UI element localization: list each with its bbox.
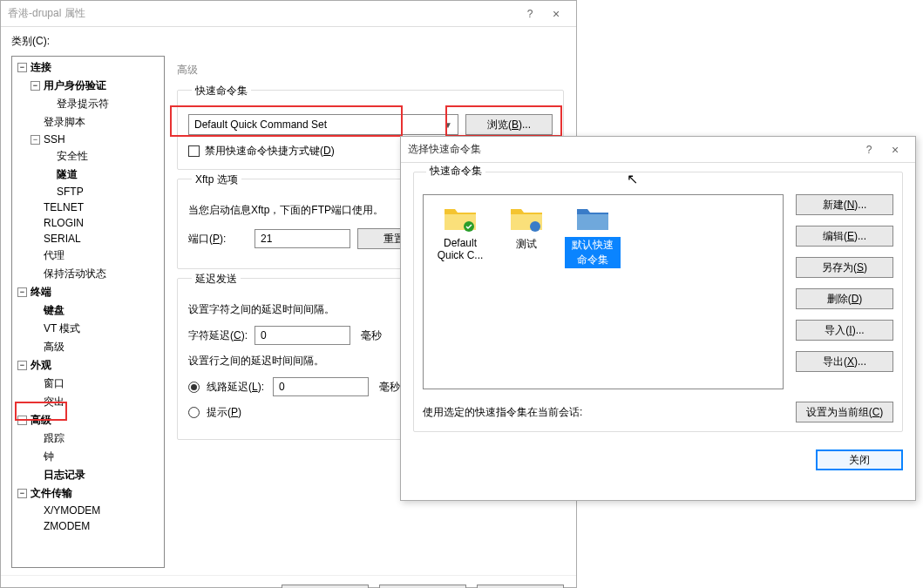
folder-icon	[509, 204, 544, 233]
edit-button[interactable]: 编辑(E)...	[796, 226, 893, 247]
import-button[interactable]: 导入(I)...	[796, 320, 893, 341]
item-label: Default Quick C...	[432, 237, 488, 261]
tree-login-script[interactable]: 登录脚本	[12, 113, 164, 132]
item-default[interactable]: Default Quick C...	[432, 204, 488, 261]
folder-icon	[575, 204, 610, 233]
prompt-label: 提示(P)	[207, 405, 266, 420]
dialog-button-column: 新建(N)... 编辑(E)... 另存为(S) 删除(D) 导入(I)... …	[796, 194, 893, 389]
line-delay-label: 线路延迟(L):	[207, 380, 266, 395]
quickcmd-legend: 快速命令集	[192, 84, 251, 98]
folder-icon	[443, 204, 478, 233]
connect-button[interactable]: 连接	[282, 585, 369, 588]
delete-button[interactable]: 删除(D)	[796, 288, 893, 309]
dialog-footer: 关闭	[401, 441, 915, 479]
collapse-icon[interactable]: −	[17, 361, 27, 370]
browse-button[interactable]: 浏览(B)...	[465, 114, 553, 135]
dialog-titlebar: 选择快速命令集 ? ×	[401, 137, 915, 163]
tree-terminal[interactable]: −终端	[12, 283, 164, 301]
line-delay-input[interactable]	[273, 377, 369, 396]
saveas-button[interactable]: 另存为(S)	[796, 257, 893, 278]
delay-legend: 延迟发送	[192, 272, 241, 287]
collapse-icon[interactable]: −	[17, 287, 27, 297]
close-dialog-button[interactable]: 关闭	[816, 449, 903, 470]
unit-ms: 毫秒	[379, 380, 400, 395]
collapse-icon[interactable]: −	[31, 81, 40, 91]
tree-zmodem[interactable]: ZMODEM	[12, 518, 164, 534]
tree-window[interactable]: 窗口	[12, 375, 164, 393]
new-button[interactable]: 新建(N)...	[796, 194, 893, 215]
tree-rlogin[interactable]: RLOGIN	[12, 215, 164, 231]
prompt-radio[interactable]	[188, 407, 200, 418]
unit-ms: 毫秒	[361, 328, 382, 343]
quickcmd-list-panel: 快速命令集 Default Quick C... 测试 默认快速命令集	[413, 172, 903, 432]
item-test[interactable]: 测试	[499, 204, 554, 252]
item-label: 默认快速命令集	[565, 237, 621, 268]
tree-filetransfer[interactable]: −文件传输	[12, 484, 164, 503]
export-button[interactable]: 导出(X)...	[796, 351, 893, 372]
port-label: 端口(P):	[188, 232, 248, 247]
tree-auth[interactable]: −用户身份验证	[12, 77, 164, 95]
quickcmd-list[interactable]: Default Quick C... 测试 默认快速命令集	[423, 194, 784, 389]
line-delay-radio[interactable]	[188, 382, 200, 393]
checkbox-icon	[188, 145, 200, 157]
cursor-icon: ↖	[627, 171, 638, 187]
port-input[interactable]	[255, 229, 350, 248]
main-titlebar: 香港-drupal 属性 ? ×	[1, 1, 576, 27]
close-button[interactable]: ×	[543, 7, 569, 21]
collapse-icon[interactable]: −	[17, 489, 27, 498]
tree-xymodem[interactable]: X/YMODEM	[12, 503, 164, 518]
svg-point-1	[530, 221, 540, 232]
cancel-button[interactable]: 取消	[477, 585, 564, 588]
help-button[interactable]: ?	[517, 8, 543, 20]
category-tree[interactable]: −连接 −用户身份验证 登录提示符 登录脚本 −SSH 安全性 隧道 SFTP …	[11, 56, 165, 568]
collapse-icon[interactable]: −	[17, 416, 27, 425]
quickcmd-dropdown[interactable]: Default Quick Command Set ▼	[188, 114, 458, 135]
tree-ssh[interactable]: −SSH	[12, 132, 164, 147]
dropdown-value: Default Quick Command Set	[194, 118, 327, 131]
char-delay-label: 字符延迟(C):	[188, 328, 248, 343]
tree-trace[interactable]: 跟踪	[12, 429, 164, 448]
dialog-title: 选择快速命令集	[408, 142, 856, 157]
item-label: 测试	[516, 237, 537, 252]
tree-sftp[interactable]: SFTP	[12, 184, 164, 199]
chevron-down-icon: ▼	[444, 120, 452, 130]
tree-serial[interactable]: SERIAL	[12, 231, 164, 247]
tree-highlight[interactable]: 突出	[12, 393, 164, 411]
prompt-text: 使用选定的快速指令集在当前会话:	[423, 405, 582, 420]
tree-login-prompt[interactable]: 登录提示符	[12, 95, 164, 113]
window-title: 香港-drupal 属性	[8, 6, 517, 21]
xftp-legend: Xftp 选项	[192, 172, 241, 187]
item-default-set[interactable]: 默认快速命令集	[565, 204, 621, 268]
tree-keepalive[interactable]: 保持活动状态	[12, 265, 164, 283]
dialog-body: 快速命令集 Default Quick C... 测试 默认快速命令集	[401, 163, 915, 441]
ok-button[interactable]: 确定	[379, 585, 466, 588]
tree-advanced-term[interactable]: 高级	[12, 338, 164, 356]
set-current-button[interactable]: 设置为当前组(C)	[796, 402, 893, 422]
tree-advanced[interactable]: −高级	[12, 411, 164, 429]
category-label: 类别(C):	[1, 27, 576, 52]
tree-bell[interactable]: 钟	[12, 448, 164, 466]
select-quickcmd-dialog: 选择快速命令集 ? × 快速命令集 Default Quick C... 测试	[400, 136, 916, 501]
tree-keyboard[interactable]: 键盘	[12, 301, 164, 320]
char-delay-input[interactable]	[255, 326, 350, 345]
tree-vtmode[interactable]: VT 模式	[12, 320, 164, 338]
tree-security[interactable]: 安全性	[12, 147, 164, 166]
tree-connection[interactable]: −连接	[12, 58, 164, 77]
dialog-help-button[interactable]: ?	[856, 144, 882, 156]
tree-appearance[interactable]: −外观	[12, 356, 164, 375]
collapse-icon[interactable]: −	[31, 135, 40, 145]
tree-telnet[interactable]: TELNET	[12, 199, 164, 215]
tree-logging[interactable]: 日志记录	[12, 466, 164, 484]
dialog-close-button[interactable]: ×	[882, 143, 908, 157]
tree-proxy[interactable]: 代理	[12, 247, 164, 265]
tree-tunnel[interactable]: 隧道	[12, 166, 164, 184]
section-title: 高级	[177, 59, 564, 81]
collapse-icon[interactable]: −	[17, 63, 27, 72]
main-footer: 连接 确定 取消	[1, 575, 576, 588]
dialog-legend: 快速命令集	[426, 164, 485, 179]
